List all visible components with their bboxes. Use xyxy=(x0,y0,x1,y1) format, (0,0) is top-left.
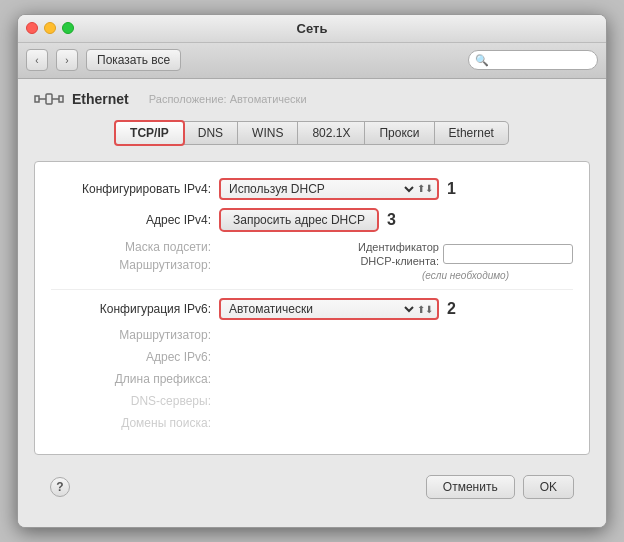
form-area: Конфигурировать IPv4: Используя DHCP Вру… xyxy=(34,161,590,456)
ok-button[interactable]: OK xyxy=(523,475,574,499)
ipv4-config-row: Конфигурировать IPv4: Используя DHCP Вру… xyxy=(51,178,573,200)
ipv4-address-control: Запросить адрес DHCP 3 xyxy=(219,208,573,232)
forward-button[interactable]: › xyxy=(56,49,78,71)
close-button[interactable] xyxy=(26,22,38,34)
dhcp-client-input[interactable] xyxy=(443,244,573,264)
subnet-dhcp-row: Маска подсети: Маршрутизатор: Идентифика… xyxy=(51,240,573,282)
ipv4-select-wrapper[interactable]: Используя DHCP Вручную BOOTP PPP Выкл. ⬆… xyxy=(219,178,439,200)
subnet-section: Маска подсети: Маршрутизатор: xyxy=(51,240,350,280)
ipv6-router-label: Маршрутизатор: xyxy=(51,328,211,342)
dhcp-client-hint: (если необходимо) xyxy=(422,270,509,281)
dns-servers-label: DNS-серверы: xyxy=(51,394,211,408)
ipv6-config-row: Конфигурация IPv6: Автоматически Вручную… xyxy=(51,289,573,320)
content-area: Ethernet Расположение: Автоматически TCP… xyxy=(18,79,606,528)
ipv4-address-row: Адрес IPv4: Запросить адрес DHCP 3 xyxy=(51,208,573,232)
ipv4-select-arrow: ⬆⬇ xyxy=(417,183,433,194)
tab-dns[interactable]: DNS xyxy=(184,121,238,145)
cancel-button[interactable]: Отменить xyxy=(426,475,515,499)
dns-servers-row: DNS-серверы: xyxy=(51,394,573,408)
prefix-length-row: Длина префикса: xyxy=(51,372,573,386)
titlebar: Сеть xyxy=(18,15,606,43)
tab-ethernet[interactable]: Ethernet xyxy=(435,121,509,145)
badge-2: 2 xyxy=(447,300,463,318)
footer-buttons: Отменить OK xyxy=(426,475,574,499)
tab-tcpip[interactable]: TCP/IP xyxy=(114,120,185,146)
show-all-button[interactable]: Показать все xyxy=(86,49,181,71)
window-controls xyxy=(26,22,74,34)
svg-rect-2 xyxy=(46,94,52,104)
maximize-button[interactable] xyxy=(62,22,74,34)
svg-rect-0 xyxy=(35,96,39,102)
router-label: Маршрутизатор: xyxy=(51,258,211,272)
ipv4-config-label: Конфигурировать IPv4: xyxy=(51,182,211,196)
tab-8021x[interactable]: 802.1X xyxy=(298,121,365,145)
toolbar: ‹ › Показать все 🔍 xyxy=(18,43,606,79)
ipv4-control-wrap: Используя DHCP Вручную BOOTP PPP Выкл. ⬆… xyxy=(219,178,573,200)
router-row: Маршрутизатор: xyxy=(51,258,350,272)
search-domains-row: Домены поиска: xyxy=(51,416,573,430)
tab-wins[interactable]: WINS xyxy=(238,121,298,145)
ipv6-address-row: Адрес IPv6: xyxy=(51,350,573,364)
ipv6-control-wrap: Автоматически Вручную Выкл. ⬆⬇ 2 xyxy=(219,298,573,320)
ipv6-router-row: Маршрутизатор: xyxy=(51,328,573,342)
section-header: Ethernet Расположение: Автоматически xyxy=(34,89,590,113)
section-title: Ethernet xyxy=(72,91,129,107)
request-dhcp-button[interactable]: Запросить адрес DHCP xyxy=(219,208,379,232)
ipv6-select-arrow: ⬆⬇ xyxy=(417,304,433,315)
dhcp-client-label: Идентификатор DHCP-клиента: xyxy=(358,240,439,269)
ipv6-address-label: Адрес IPv6: xyxy=(51,350,211,364)
back-button[interactable]: ‹ xyxy=(26,49,48,71)
window-title: Сеть xyxy=(297,21,328,36)
subnet-label: Маска подсети: xyxy=(51,240,211,254)
prefix-length-label: Длина префикса: xyxy=(51,372,211,386)
ipv6-select[interactable]: Автоматически Вручную Выкл. xyxy=(225,301,417,317)
dhcp-client-section: Идентификатор DHCP-клиента: (если необхо… xyxy=(358,240,573,282)
search-box[interactable]: 🔍 xyxy=(468,50,598,70)
tab-proxy[interactable]: Прокси xyxy=(365,121,434,145)
dhcp-client-row: Идентификатор DHCP-клиента: xyxy=(358,240,573,269)
search-domains-label: Домены поиска: xyxy=(51,416,211,430)
ethernet-icon xyxy=(34,89,64,109)
ipv6-select-wrapper[interactable]: Автоматически Вручную Выкл. ⬆⬇ xyxy=(219,298,439,320)
ipv6-config-label: Конфигурация IPv6: xyxy=(51,302,211,316)
tabs-row: TCP/IP DNS WINS 802.1X Прокси Ethernet xyxy=(34,121,590,145)
badge-3: 3 xyxy=(387,211,403,229)
help-button[interactable]: ? xyxy=(50,477,70,497)
ipv4-select[interactable]: Используя DHCP Вручную BOOTP PPP Выкл. xyxy=(225,181,417,197)
location-label: Расположение: Автоматически xyxy=(149,93,307,105)
svg-rect-4 xyxy=(59,96,63,102)
ipv4-address-label: Адрес IPv4: xyxy=(51,213,211,227)
footer: ? Отменить OK xyxy=(34,467,590,511)
network-window: Сеть ‹ › Показать все 🔍 Ethernet Располо… xyxy=(17,14,607,529)
minimize-button[interactable] xyxy=(44,22,56,34)
badge-1: 1 xyxy=(447,180,463,198)
subnet-row: Маска подсети: xyxy=(51,240,350,254)
